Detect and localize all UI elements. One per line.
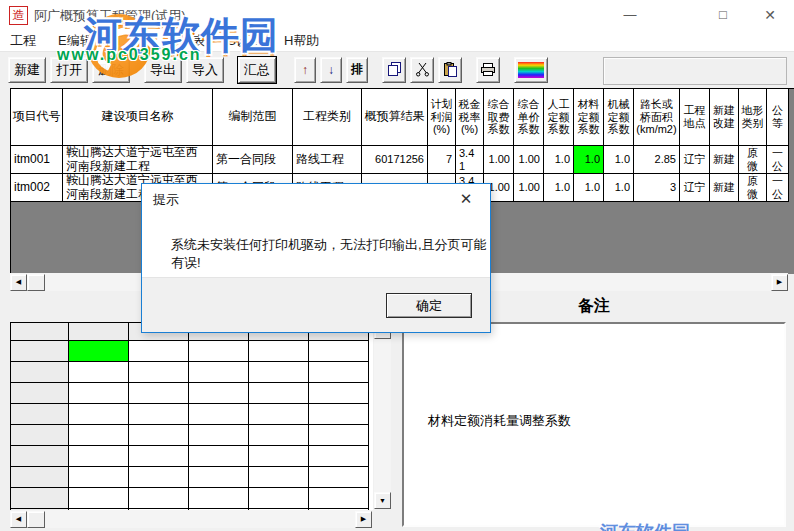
- grid-cell[interactable]: [69, 425, 129, 446]
- table-cell[interactable]: 1.0: [544, 174, 574, 202]
- table-cell[interactable]: 平原微丘: [739, 174, 767, 202]
- table-cell[interactable]: 鞍山腾达大道宁远屯至西河南段新建工程: [63, 146, 213, 174]
- table-cell[interactable]: itm001: [11, 146, 63, 174]
- menu-item-project[interactable]: 工程: [10, 32, 36, 50]
- table-cell[interactable]: 新建: [710, 174, 739, 202]
- table-cell[interactable]: 新建: [710, 146, 739, 174]
- grid-cell[interactable]: [189, 425, 249, 446]
- grid-cell[interactable]: [249, 341, 309, 362]
- close-icon[interactable]: ✕: [747, 0, 793, 30]
- grid-cell[interactable]: [309, 467, 369, 488]
- grid-cell[interactable]: [129, 446, 189, 467]
- grid-cell[interactable]: [249, 404, 309, 425]
- grid-cell[interactable]: [189, 488, 249, 509]
- grid-cell[interactable]: [189, 341, 249, 362]
- menu-item-settings[interactable]: S设置: [227, 32, 262, 50]
- table-cell[interactable]: 路线工程: [293, 146, 362, 174]
- scroll-thumb[interactable]: [27, 511, 45, 528]
- summary-button[interactable]: 汇总: [238, 57, 276, 83]
- scroll-thumb[interactable]: [27, 274, 45, 291]
- grid-cell[interactable]: [309, 362, 369, 383]
- table-cell[interactable]: 平原微丘: [739, 146, 767, 174]
- scroll-down-icon[interactable]: ▼: [374, 492, 391, 509]
- grid-cell[interactable]: [189, 404, 249, 425]
- grid-cell[interactable]: [249, 467, 309, 488]
- grid-cell[interactable]: [249, 362, 309, 383]
- grid-cell[interactable]: [249, 446, 309, 467]
- grid-cell[interactable]: [69, 446, 129, 467]
- table-cell[interactable]: 3.41: [456, 146, 484, 174]
- grid-cell[interactable]: [309, 383, 369, 404]
- grid-cell[interactable]: [249, 488, 309, 509]
- table-cell[interactable]: 1.00: [514, 174, 544, 202]
- scroll-right-icon[interactable]: ▶: [355, 511, 372, 528]
- paste-button[interactable]: [438, 57, 462, 83]
- print-button[interactable]: [476, 57, 500, 83]
- minimize-icon[interactable]: —: [607, 0, 653, 30]
- grid-vscrollbar[interactable]: ▲ ▼: [374, 322, 391, 509]
- menu-item-report[interactable]: P报表: [171, 32, 206, 50]
- grid-cell[interactable]: [309, 425, 369, 446]
- new-button[interactable]: 新建: [8, 57, 46, 83]
- scroll-right-icon[interactable]: ▶: [771, 274, 788, 291]
- table-cell[interactable]: 辽宁: [680, 174, 710, 202]
- table-cell[interactable]: 1.0: [574, 146, 604, 174]
- table-cell[interactable]: 1.0: [604, 146, 634, 174]
- grid-cell[interactable]: [69, 383, 129, 404]
- grid-cell[interactable]: [69, 341, 129, 362]
- table-cell[interactable]: 7: [428, 146, 456, 174]
- grid-cell[interactable]: [129, 362, 189, 383]
- grid-cell[interactable]: [69, 488, 129, 509]
- open-button[interactable]: 打开: [50, 57, 88, 83]
- maximize-icon[interactable]: □: [700, 0, 746, 30]
- copy-button[interactable]: [382, 57, 406, 83]
- import-button[interactable]: 导入: [186, 57, 224, 83]
- table-cell[interactable]: 3: [634, 174, 680, 202]
- sort-button[interactable]: 排: [346, 57, 368, 83]
- grid-cell[interactable]: [129, 488, 189, 509]
- table-cell[interactable]: 1.00: [484, 146, 514, 174]
- grid-cell[interactable]: [189, 362, 249, 383]
- menu-item-edit[interactable]: E编辑: [58, 32, 93, 50]
- ok-button[interactable]: 确定: [386, 293, 472, 318]
- remark-textbox[interactable]: 材料定额消耗量调整系数: [402, 322, 786, 527]
- scroll-left-icon[interactable]: ◀: [10, 511, 27, 528]
- table-cell[interactable]: 1.00: [514, 146, 544, 174]
- grid-cell[interactable]: [69, 404, 129, 425]
- delete-button[interactable]: 删除: [92, 57, 130, 83]
- grid-cell[interactable]: [129, 341, 189, 362]
- table-cell[interactable]: 第一合同段: [213, 146, 293, 174]
- grid-cell[interactable]: [249, 425, 309, 446]
- cut-button[interactable]: [410, 57, 434, 83]
- table-cell[interactable]: 1.0: [544, 146, 574, 174]
- table-cell[interactable]: 2.85: [634, 146, 680, 174]
- color-button[interactable]: [514, 57, 548, 83]
- grid-cell[interactable]: [129, 404, 189, 425]
- move-up-button[interactable]: ↑: [294, 57, 316, 83]
- grid-cell[interactable]: [129, 425, 189, 446]
- grid-cell[interactable]: [69, 362, 129, 383]
- table-cell[interactable]: itm002: [11, 174, 63, 202]
- dialog-close-icon[interactable]: ✕: [456, 190, 476, 208]
- menu-item-tools[interactable]: T工具: [115, 32, 149, 50]
- grid-cell[interactable]: [129, 467, 189, 488]
- grid-cell[interactable]: [189, 467, 249, 488]
- grid-cell[interactable]: [249, 383, 309, 404]
- grid-cell[interactable]: [189, 446, 249, 467]
- grid-cell[interactable]: [69, 467, 129, 488]
- table-cell[interactable]: 辽宁: [680, 146, 710, 174]
- scroll-left-icon[interactable]: ◀: [10, 274, 27, 291]
- table-cell[interactable]: 1.0: [604, 174, 634, 202]
- table-cell[interactable]: 一公: [767, 174, 789, 202]
- grid-cell[interactable]: [309, 341, 369, 362]
- grid-cell[interactable]: [129, 383, 189, 404]
- grid-hscrollbar[interactable]: ◀ ▶: [10, 510, 372, 528]
- grid-cell[interactable]: [189, 383, 249, 404]
- menu-item-help[interactable]: H帮助: [284, 32, 319, 50]
- grid-cell[interactable]: [309, 446, 369, 467]
- table-cell[interactable]: 60171256: [362, 146, 428, 174]
- table-cell[interactable]: 一公: [767, 146, 789, 174]
- table-cell[interactable]: 1.0: [574, 174, 604, 202]
- move-down-button[interactable]: ↓: [320, 57, 342, 83]
- grid-cell[interactable]: [309, 488, 369, 509]
